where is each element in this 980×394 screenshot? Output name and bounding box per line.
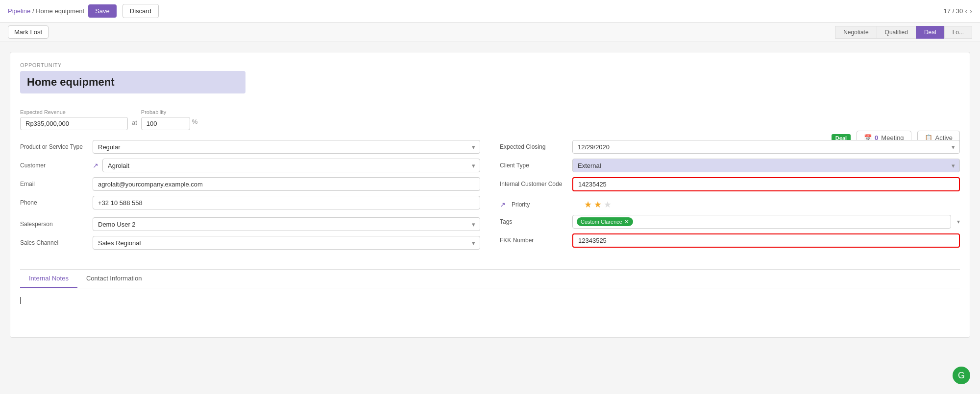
priority-link-icon[interactable]: ↗ [500,201,506,209]
two-col-section: Product or Service Type Regular Customer… [20,140,960,255]
priority-row: ↗ Priority ★ ★ ★ [500,199,960,210]
star-3[interactable]: ★ [604,199,612,210]
sales-channel-select-wrapper: Sales Regional [93,236,480,250]
product-service-label: Product or Service Type [20,143,89,151]
stage-pipeline: Negotiate Qualified Deal Lo... [835,26,972,39]
star-2[interactable]: ★ [594,199,602,210]
sub-bar: Mark Lost Negotiate Qualified Deal Lo... [0,23,980,42]
product-service-row: Product or Service Type Regular [20,140,480,154]
email-label: Email [20,180,89,188]
priority-label: Priority [512,201,580,209]
phone-row: Phone [20,196,480,209]
salesperson-label: Salesperson [20,220,89,229]
stage-negotiate[interactable]: Negotiate [835,26,877,39]
email-row: Email [20,177,480,191]
product-service-select-wrapper: Regular [93,140,480,154]
sales-channel-label: Sales Channel [20,239,89,247]
tag-custom-clarence: Custom Clarence ✕ [577,217,633,226]
breadcrumb-separator: / [32,7,34,15]
internal-customer-code-input[interactable] [572,177,960,191]
expected-closing-select[interactable]: 12/29/2020 [572,140,960,154]
bottom-tabs: Internal Notes Contact Information [20,269,960,327]
pagination-text: 17 / 30 [944,7,963,15]
customer-link-icon[interactable]: ↗ [93,162,98,169]
save-button[interactable]: Save [88,4,117,18]
stage-qualified[interactable]: Qualified [877,26,916,39]
percent-text: % [192,118,198,125]
opportunity-section: Opportunity Home equipment [20,62,960,101]
customer-select-wrapper: Agrolait [102,159,480,172]
customer-select[interactable]: Agrolait [102,159,480,172]
probability-group: Probability % [141,109,198,130]
client-type-row: Client Type External [500,159,960,172]
top-bar: Pipeline / Home equipment Save Discard 1… [0,0,980,23]
expected-revenue-input[interactable] [20,117,128,130]
stage-deal[interactable]: Deal [916,26,945,39]
tab-content-internal-notes [20,288,960,327]
breadcrumb: Pipeline / Home equipment [8,7,84,15]
tag-remove-icon[interactable]: ✕ [624,218,629,225]
client-type-label: Client Type [500,162,568,170]
expected-closing-label: Expected Closing [500,143,568,151]
client-type-select-wrapper: External [572,159,960,172]
opportunity-label: Opportunity [20,62,960,68]
opportunity-title[interactable]: Home equipment [20,71,245,93]
probability-input[interactable] [141,117,190,130]
tags-field[interactable]: Custom Clarence ✕ [572,215,951,229]
salesperson-select[interactable]: Demo User 2 [93,217,480,231]
right-col: Expected Closing 12/29/2020 Client Type … [500,140,960,255]
text-cursor [20,297,21,304]
discard-button[interactable]: Discard [122,4,159,18]
fkk-number-label: FKK Number [500,236,568,245]
phone-label: Phone [20,199,89,207]
product-service-select[interactable]: Regular [93,140,480,154]
probability-label: Probability [141,109,198,115]
priority-stars: ★ ★ ★ [584,199,612,210]
left-col: Product or Service Type Regular Customer… [20,140,480,255]
stage-lost[interactable]: Lo... [944,26,972,39]
fkk-number-input[interactable] [572,233,960,248]
salesperson-row: Salesperson Demo User 2 [20,217,480,231]
tab-bar: Internal Notes Contact Information [20,270,960,288]
expected-closing-select-wrapper: 12/29/2020 [572,140,960,154]
pagination: 17 / 30 ‹ › [944,7,972,16]
main-content: Deal 📅 0 Meeting 📋 Active Opportunity Ho… [0,42,980,348]
breadcrumb-current: Home equipment [36,7,84,15]
tags-row: Tags Custom Clarence ✕ ▾ [500,215,960,229]
tags-label: Tags [500,218,568,226]
sales-channel-select[interactable]: Sales Regional [93,236,480,250]
tab-internal-notes[interactable]: Internal Notes [20,270,77,288]
customer-row: Customer ↗ Agrolait [20,159,480,172]
salesperson-select-wrapper: Demo User 2 [93,217,480,231]
pagination-next-icon[interactable]: › [970,7,972,16]
email-input[interactable] [93,177,480,191]
customer-label: Customer [20,162,89,170]
expected-closing-row: Expected Closing 12/29/2020 [500,140,960,154]
breadcrumb-pipeline[interactable]: Pipeline [8,7,30,15]
revenue-section: Expected Revenue at Probability % [20,109,960,130]
fkk-number-row: FKK Number [500,233,960,248]
at-text: at [132,119,137,126]
client-type-select[interactable]: External [572,159,960,172]
pagination-prev-icon[interactable]: ‹ [965,7,967,16]
expected-revenue-label: Expected Revenue [20,109,128,115]
phone-input[interactable] [93,196,480,209]
form-card: Deal 📅 0 Meeting 📋 Active Opportunity Ho… [10,52,970,338]
tab-contact-information[interactable]: Contact Information [77,270,150,288]
internal-customer-code-label: Internal Customer Code [500,180,568,188]
tags-dropdown-icon[interactable]: ▾ [957,218,960,225]
top-bar-left: Pipeline / Home equipment Save Discard [8,4,159,18]
internal-customer-code-row: Internal Customer Code [500,177,960,191]
expected-revenue-group: Expected Revenue [20,109,128,130]
mark-lost-button[interactable]: Mark Lost [8,25,49,39]
sales-channel-row: Sales Channel Sales Regional [20,236,480,250]
tag-label: Custom Clarence [581,219,622,225]
star-1[interactable]: ★ [584,199,592,210]
